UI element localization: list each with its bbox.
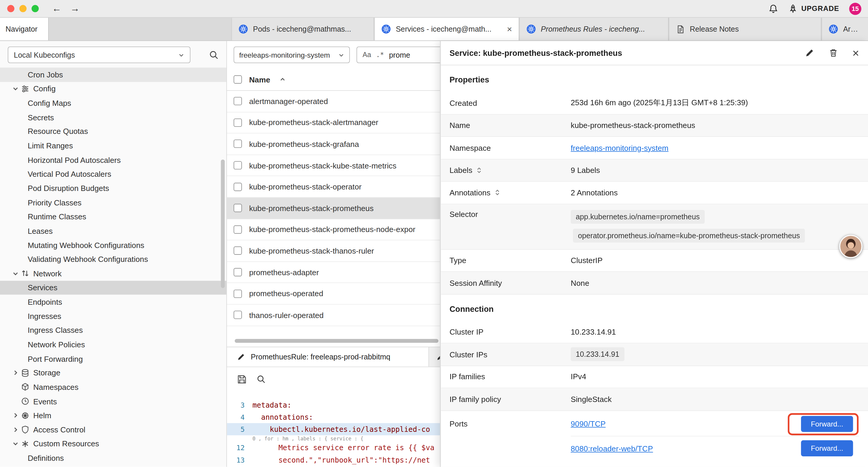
sidebar-item-config-maps[interactable]: Config Maps — [0, 96, 226, 110]
sidebar-item-resource-quotas[interactable]: Resource Quotas — [0, 124, 226, 139]
editor-search-icon[interactable] — [256, 375, 266, 384]
chevron-down-icon[interactable] — [12, 85, 21, 92]
port-link[interactable]: 8080:reloader-web/TCP — [571, 444, 653, 453]
sidebar-item-horizontal-pod-autoscalers[interactable]: Horizontal Pod Autoscalers — [0, 153, 226, 167]
service-row[interactable]: kube-prometheus-stack-alertmanager — [227, 112, 440, 134]
forward-button[interactable]: Forward... — [801, 415, 853, 432]
port-link[interactable]: 9090/TCP — [571, 419, 606, 428]
sidebar-item-helm[interactable]: Helm — [0, 408, 226, 423]
service-row[interactable]: prometheus-adapter — [227, 262, 440, 283]
sidebar-item-ingresses[interactable]: Ingresses — [0, 309, 226, 323]
row-checkbox[interactable] — [234, 97, 242, 105]
tab-close-icon[interactable]: × — [507, 25, 512, 33]
sidebar-item-runtime-classes[interactable]: Runtime Classes — [0, 209, 226, 224]
row-checkbox[interactable] — [234, 311, 242, 319]
match-case-toggle[interactable]: Aa — [363, 51, 371, 59]
row-checkbox[interactable] — [234, 247, 242, 255]
search-input[interactable] — [389, 51, 440, 59]
sidebar-search-icon[interactable] — [209, 50, 219, 60]
back-button[interactable]: ← — [52, 3, 61, 14]
sidebar-item-port-forwarding[interactable]: Port Forwarding — [0, 351, 226, 366]
tab-prometheus-rules[interactable]: Prometheus Rules - icecheng... — [519, 18, 669, 40]
row-checkbox[interactable] — [234, 119, 242, 127]
row-checkbox[interactable] — [234, 140, 242, 148]
sidebar-item-limit-ranges[interactable]: Limit Ranges — [0, 139, 226, 153]
delete-trash-icon[interactable] — [829, 48, 838, 58]
kubeconfig-selector[interactable]: Local Kubeconfigs — [8, 47, 190, 63]
navigator-panel-tab[interactable]: Navigator — [0, 18, 49, 40]
maximize-window-button[interactable] — [32, 5, 39, 12]
edit-pencil-icon[interactable] — [805, 48, 814, 58]
sidebar-item-cron-jobs[interactable]: Cron Jobs — [0, 68, 226, 82]
row-checkbox[interactable] — [234, 161, 242, 169]
user-avatar[interactable] — [839, 235, 863, 258]
row-checkbox[interactable] — [234, 183, 242, 191]
notification-count-badge[interactable]: 15 — [849, 2, 861, 14]
sidebar-scrollbar[interactable] — [221, 159, 225, 288]
sidebar-item-events[interactable]: Events — [0, 394, 226, 408]
editor-tab-next[interactable] — [429, 347, 440, 367]
row-checkbox[interactable] — [234, 225, 242, 233]
chevron-right-icon[interactable] — [12, 426, 21, 433]
sidebar-item-network[interactable]: Network — [0, 266, 226, 281]
tab-release-notes[interactable]: Release Notes — [669, 18, 821, 40]
notifications-bell-icon[interactable] — [769, 4, 779, 13]
sidebar-item-leases[interactable]: Leases — [0, 224, 226, 238]
save-icon[interactable] — [237, 374, 247, 384]
sidebar-item-config[interactable]: Config — [0, 82, 226, 96]
tab-pods[interactable]: Pods - icecheng@mathmas... — [231, 18, 374, 40]
chevron-right-icon[interactable] — [12, 412, 21, 418]
tab-services[interactable]: Services - icecheng@math... × — [374, 18, 519, 40]
sidebar-item-vertical-pod-autoscalers[interactable]: Vertical Pod Autoscalers — [0, 167, 226, 181]
chevron-down-icon[interactable] — [12, 270, 21, 276]
service-row[interactable]: kube-prometheus-stack-operator — [227, 176, 440, 198]
sidebar-item-storage[interactable]: Storage — [0, 366, 226, 380]
forward-button[interactable]: Forward... — [801, 440, 853, 456]
service-row-selected[interactable]: kube-prometheus-stack-prometheus — [227, 198, 440, 219]
list-search-box[interactable]: Aa .* — [356, 47, 440, 63]
service-row[interactable]: prometheus-operated — [227, 283, 440, 304]
service-row[interactable]: alertmanager-operated — [227, 91, 440, 112]
service-row[interactable]: kube-prometheus-stack-grafana — [227, 134, 440, 155]
yaml-editor[interactable]: 3metadata: 4 annotations: 5 kubectl.kube… — [227, 391, 440, 467]
close-icon[interactable]: × — [852, 47, 859, 59]
name-column-header[interactable]: Name — [249, 75, 270, 84]
forward-button[interactable]: → — [70, 3, 80, 14]
chevron-right-icon[interactable] — [12, 370, 21, 376]
sidebar-item-services[interactable]: Services — [0, 281, 226, 295]
sidebar-item-pod-disruption-budgets[interactable]: Pod Disruption Budgets — [0, 181, 226, 195]
row-checkbox[interactable] — [234, 268, 242, 276]
sidebar-item-definitions[interactable]: Definitions — [0, 451, 226, 465]
sidebar-item-secrets[interactable]: Secrets — [0, 110, 226, 124]
sidebar-item-validating-webhook-configurations[interactable]: Validating Webhook Configurations — [0, 252, 226, 266]
service-row[interactable]: thanos-ruler-operated — [227, 304, 440, 326]
row-checkbox[interactable] — [234, 204, 242, 212]
close-window-button[interactable] — [7, 5, 14, 12]
sort-ascending-icon[interactable] — [279, 77, 286, 83]
sidebar-item-endpoints[interactable]: Endpoints — [0, 295, 226, 309]
service-row[interactable]: kube-prometheus-stack-thanos-ruler — [227, 240, 440, 262]
regex-toggle[interactable]: .* — [376, 51, 384, 59]
tab-argo[interactable]: Argo Se — [822, 18, 868, 40]
select-all-checkbox[interactable] — [234, 76, 242, 84]
editor-tab-prometheusrule[interactable]: PromethuesRule: freeleaps-prod-rabbitmq — [227, 347, 429, 367]
row-checkbox[interactable] — [234, 289, 242, 298]
sidebar-item-ingress-classes[interactable]: Ingress Classes — [0, 323, 226, 337]
chevron-down-icon[interactable] — [12, 440, 21, 447]
sidebar-item-priority-classes[interactable]: Priority Classes — [0, 195, 226, 209]
sidebar-item-namespaces[interactable]: Namespaces — [0, 380, 226, 394]
minimize-window-button[interactable] — [20, 5, 27, 12]
sidebar-item-network-policies[interactable]: Network Policies — [0, 337, 226, 351]
service-row[interactable]: kube-prometheus-stack-prometheus-node-ex… — [227, 219, 440, 240]
property-label: IP families — [450, 372, 570, 381]
expand-collapse-icon[interactable] — [494, 189, 500, 196]
sidebar-item-custom-resources[interactable]: Custom Resources — [0, 437, 226, 451]
service-row[interactable]: kube-prometheus-stack-kube-state-metrics — [227, 155, 440, 176]
upgrade-button[interactable]: UPGRADE — [788, 4, 839, 13]
expand-collapse-icon[interactable] — [476, 167, 483, 174]
sidebar-item-mutating-webhook-configurations[interactable]: Mutating Webhook Configurations — [0, 238, 226, 252]
horizontal-scrollbar[interactable] — [235, 339, 438, 343]
namespace-filter-select[interactable]: freeleaps-monitoring-system — [234, 47, 350, 63]
namespace-link[interactable]: freeleaps-monitoring-system — [571, 143, 669, 152]
sidebar-item-access-control[interactable]: Access Control — [0, 423, 226, 437]
